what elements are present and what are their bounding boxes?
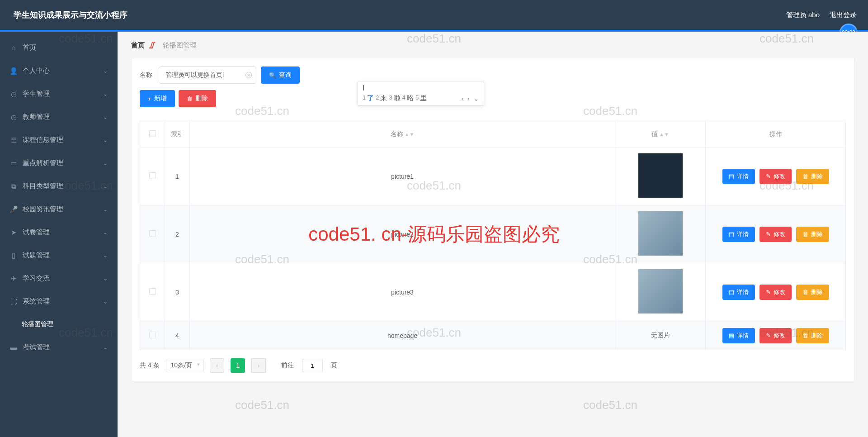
- thumbnail-image: [638, 269, 683, 314]
- select-all-checkbox[interactable]: [149, 130, 156, 137]
- chevron-down-icon: ⌄: [103, 91, 108, 97]
- add-button[interactable]: + 新增: [140, 90, 175, 107]
- chevron-down-icon: ⌄: [103, 276, 108, 282]
- ime-dropdown-icon[interactable]: ⌄: [473, 95, 479, 103]
- row-checkbox[interactable]: [149, 288, 156, 295]
- clear-icon[interactable]: ✕: [245, 72, 252, 78]
- content-card: 名称 ✕ 🔍 查询 + 新增 🗑: [131, 58, 854, 381]
- ime-next-icon[interactable]: ›: [467, 95, 470, 103]
- trash-icon: 🗑: [802, 173, 808, 180]
- col-ops: 操作: [706, 121, 846, 147]
- app-title: 学生知识成果展示与交流小程序: [14, 10, 127, 20]
- sidebar-item-student[interactable]: ◷学生管理 ⌄: [0, 82, 118, 105]
- edit-button[interactable]: ✎修改: [760, 285, 792, 300]
- home-icon: ⌂: [10, 44, 17, 52]
- pagination: 共 4 条 10条/页 ‹ 1 › 前往 页: [140, 358, 846, 373]
- doc-icon: ▯: [10, 252, 17, 259]
- trash-icon: 🗑: [187, 95, 193, 102]
- goto-input[interactable]: [302, 359, 323, 372]
- no-image-label: 无图片: [651, 332, 670, 339]
- sidebar-item-personal[interactable]: 👤个人中心 ⌄: [0, 59, 118, 82]
- ime-candidate-4[interactable]: 4咯: [402, 94, 414, 103]
- ime-candidate-5[interactable]: 5里: [415, 94, 427, 103]
- sidebar-item-campus-news[interactable]: 🎤校园资讯管理 ⌄: [0, 198, 118, 221]
- top-header: 学生知识成果展示与交流小程序 管理员 abo 退出登录: [0, 0, 868, 32]
- mic-icon: 🎤: [10, 206, 17, 213]
- detail-button[interactable]: ▤详情: [722, 227, 755, 242]
- sidebar-item-keypoint[interactable]: ▭重点解析管理 ⌄: [0, 152, 118, 175]
- ime-candidate-1[interactable]: 1了: [363, 94, 374, 103]
- ime-candidate-3[interactable]: 3啦: [389, 94, 400, 103]
- name-input[interactable]: [159, 66, 256, 84]
- detail-button[interactable]: ▤详情: [722, 285, 755, 300]
- suitcase-icon: ▬: [10, 344, 17, 351]
- gauge-icon: ◷: [10, 90, 17, 98]
- col-index: 索引: [165, 121, 190, 147]
- admin-label[interactable]: 管理员 abo: [786, 11, 820, 19]
- detail-button[interactable]: ▤详情: [722, 169, 755, 184]
- ime-candidate-2[interactable]: 2来: [376, 94, 387, 103]
- search-icon: 🔍: [269, 72, 276, 79]
- detail-icon: ▤: [729, 173, 734, 180]
- sort-icon[interactable]: ▲▼: [659, 133, 669, 136]
- sidebar-item-home[interactable]: ⌂首页: [0, 36, 118, 59]
- sidebar: ⌂首页 👤个人中心 ⌄ ◷学生管理 ⌄ ◷教师管理 ⌄ ☰课程信息管理 ⌄ ▭重…: [0, 32, 118, 437]
- ime-prev-icon[interactable]: ‹: [462, 95, 464, 103]
- next-page-button[interactable]: ›: [251, 358, 266, 373]
- cell-name: homepage: [190, 321, 615, 350]
- row-delete-button[interactable]: 🗑删除: [796, 285, 829, 300]
- trash-icon: 🗑: [802, 289, 808, 295]
- table-row: 1 picture1 ▤详情 ✎修改 🗑删除: [140, 147, 846, 205]
- copy-icon: ⧉: [10, 183, 17, 190]
- sort-icon[interactable]: ▲▼: [405, 133, 415, 136]
- chevron-down-icon: ⌄: [103, 206, 108, 213]
- sidebar-item-study-exchange[interactable]: ✈学习交流 ⌄: [0, 267, 118, 290]
- chevron-down-icon: ⌄: [103, 344, 108, 351]
- edit-button[interactable]: ✎修改: [760, 169, 792, 184]
- cell-value: [615, 147, 706, 205]
- detail-button[interactable]: ▤详情: [722, 328, 755, 343]
- filter-label: 名称: [140, 71, 152, 79]
- row-checkbox[interactable]: [149, 332, 156, 338]
- chevron-down-icon: ⌄: [103, 137, 108, 143]
- edit-button[interactable]: ✎修改: [760, 328, 792, 343]
- cell-index: 4: [165, 321, 190, 350]
- page-number-button[interactable]: 1: [231, 358, 245, 373]
- chevron-down-icon: ⌄: [103, 252, 108, 259]
- main-content: 首页 ∬ 轮播图管理 名称 ✕ 🔍 查询: [118, 32, 868, 437]
- sidebar-item-system[interactable]: ⛶系统管理 ⌄: [0, 290, 118, 313]
- sidebar-sub-carousel[interactable]: 轮播图管理: [0, 313, 118, 336]
- table-row: 3 picture3 ▤详情 ✎修改 🗑删除: [140, 263, 846, 321]
- cell-value: [615, 205, 706, 263]
- chevron-down-icon: ⌄: [103, 114, 108, 120]
- page-size-select[interactable]: 10条/页: [166, 359, 203, 372]
- breadcrumb-icon: ∬: [149, 41, 158, 50]
- edit-button[interactable]: ✎修改: [760, 227, 792, 242]
- sidebar-item-exam[interactable]: ▬考试管理 ⌄: [0, 336, 118, 359]
- sidebar-item-paper[interactable]: ➤试卷管理 ⌄: [0, 221, 118, 244]
- row-delete-button[interactable]: 🗑删除: [796, 227, 829, 242]
- total-label: 共 4 条: [140, 361, 160, 370]
- row-delete-button[interactable]: 🗑删除: [796, 169, 829, 184]
- edit-icon: ✎: [766, 231, 771, 238]
- search-button[interactable]: 🔍 查询: [261, 66, 300, 84]
- sidebar-item-course[interactable]: ☰课程信息管理 ⌄: [0, 128, 118, 152]
- edit-icon: ✎: [766, 332, 771, 339]
- breadcrumb-home[interactable]: 首页: [131, 41, 145, 50]
- prev-page-button[interactable]: ‹: [210, 358, 224, 373]
- message-icon: ▭: [10, 160, 17, 167]
- goto-label: 前往: [281, 361, 294, 370]
- breadcrumb: 首页 ∬ 轮播图管理: [131, 41, 854, 50]
- expand-icon: ⛶: [10, 298, 17, 305]
- col-value: 值▲▼: [615, 121, 706, 147]
- row-checkbox[interactable]: [149, 230, 156, 237]
- delete-button[interactable]: 🗑 删除: [179, 90, 216, 107]
- sidebar-item-subject[interactable]: ⧉科目类型管理 ⌄: [0, 175, 118, 198]
- sidebar-item-teacher[interactable]: ◷教师管理 ⌄: [0, 105, 118, 128]
- trash-icon: 🗑: [802, 332, 808, 339]
- row-delete-button[interactable]: 🗑删除: [796, 328, 829, 343]
- logout-link[interactable]: 退出登录: [830, 11, 857, 19]
- sidebar-item-question[interactable]: ▯试题管理 ⌄: [0, 244, 118, 267]
- thumbnail-image: [638, 153, 683, 198]
- row-checkbox[interactable]: [149, 172, 156, 179]
